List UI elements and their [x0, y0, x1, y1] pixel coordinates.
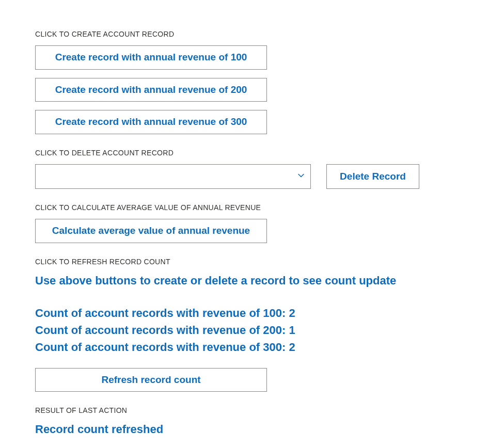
delete-section-heading: CLICK TO DELETE ACCOUNT RECORD: [35, 149, 469, 157]
delete-row: Delete Record: [35, 164, 469, 189]
refresh-info-text: Use above buttons to create or delete a …: [35, 273, 469, 289]
calculate-average-button[interactable]: Calculate average value of annual revenu…: [35, 219, 267, 243]
create-section-heading: CLICK TO CREATE ACCOUNT RECORD: [35, 30, 469, 38]
count-group: Count of account records with revenue of…: [35, 305, 469, 356]
record-select-wrap: [35, 164, 311, 189]
delete-record-button[interactable]: Delete Record: [326, 164, 419, 189]
count-line-300: Count of account records with revenue of…: [35, 339, 469, 356]
refresh-count-button[interactable]: Refresh record count: [35, 368, 267, 392]
create-record-200-button[interactable]: Create record with annual revenue of 200: [35, 78, 267, 102]
record-select[interactable]: [35, 164, 311, 189]
result-section-heading: RESULT OF LAST ACTION: [35, 406, 469, 414]
refresh-section-heading: CLICK TO REFRESH RECORD COUNT: [35, 258, 469, 266]
result-text: Record count refreshed: [35, 422, 469, 438]
count-line-200: Count of account records with revenue of…: [35, 322, 469, 339]
calculate-section-heading: CLICK TO CALCULATE AVERAGE VALUE OF ANNU…: [35, 203, 469, 212]
create-record-100-button[interactable]: Create record with annual revenue of 100: [35, 45, 267, 70]
count-line-100: Count of account records with revenue of…: [35, 305, 469, 322]
create-record-300-button[interactable]: Create record with annual revenue of 300: [35, 110, 267, 134]
